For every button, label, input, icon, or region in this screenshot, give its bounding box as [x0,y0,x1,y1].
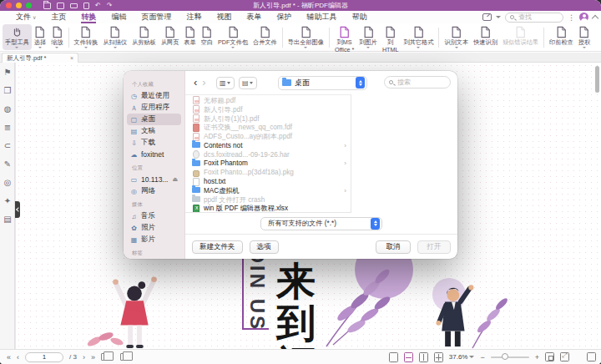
menu-item[interactable]: 帮助 [344,11,374,23]
file-row[interactable]: Foxit Phanto...p(3d4f18a).pkg [185,168,351,177]
tab-close-icon[interactable]: × [70,55,73,61]
menu-item[interactable]: 辅助工具 [299,11,344,23]
undo-icon[interactable]: ↶ [95,0,101,11]
scrollbar-thumb[interactable] [595,66,599,93]
sidebar-item[interactable]: ▭10.113...⏏ [127,174,181,185]
ribbon-tool[interactable]: 到图片 [356,24,380,50]
document-icon[interactable] [83,3,89,9]
menu-item[interactable]: 转换 [73,11,104,23]
column-view-button[interactable]: ▥ [216,77,235,89]
file-format-dropdown[interactable]: 所有可支持的文件 (*.*) [260,217,382,230]
vertical-scrollbar[interactable] [594,64,600,347]
back-icon[interactable]: ‹ [194,77,197,88]
prev-view-icon[interactable] [101,353,109,361]
options-button[interactable]: 选项 [250,240,279,254]
menu-item[interactable]: 编辑 [104,11,134,23]
bookmark-icon[interactable]: ⚑ [0,63,15,81]
signature-icon[interactable]: ✎ [0,154,15,173]
ribbon-tool[interactable]: 印前检查 [547,24,576,50]
zoom-out-icon[interactable]: − [480,353,484,361]
open-folder-icon[interactable] [43,3,51,9]
ribbon-tool[interactable]: 空白 [199,24,215,50]
ribbon-tool[interactable]: 表单 [181,24,198,50]
file-row[interactable]: ADFS_Custo...ay的副本.ppdf [185,132,351,141]
menu-item[interactable]: 保护 [269,11,299,23]
sidebar-item[interactable]: ✿照片 [127,222,181,234]
file-row[interactable]: dcs.foxitread...-09-19-26.har [185,150,351,159]
ribbon-tool[interactable]: 从剪贴板 [129,24,159,50]
zoom-slider[interactable] [491,356,529,358]
file-row[interactable]: Contents not› [185,141,351,150]
dialog-search-input[interactable] [396,78,446,87]
sidebar-item[interactable]: Ａ应用程序 [127,102,181,114]
redo-icon[interactable]: ↷ [107,0,113,11]
destinations-icon[interactable]: ◎ [0,173,15,191]
group-view-button[interactable]: ▤ [239,77,257,89]
menu-item[interactable]: 页面管理 [134,11,179,23]
form-fields-icon[interactable]: ▤ [0,210,15,228]
menu-item[interactable]: 注释 [179,11,209,23]
file-row[interactable]: host.txt [185,177,351,186]
ribbon-tool[interactable]: 从扫描仪 [100,24,129,50]
file-row[interactable]: 证书交换__news_qq_com.fdf [185,123,351,132]
page-thumbnails-icon[interactable]: ❐ [0,81,15,99]
zoom-slider-knob[interactable] [502,353,508,360]
ribbon-tool[interactable]: 从网页 [159,24,182,50]
menu-item[interactable]: 主页 [43,11,73,23]
cancel-button[interactable]: 取消 [376,240,411,254]
sidebar-item[interactable]: ▦影片 [127,234,181,245]
search-box[interactable] [505,13,563,23]
last-page-icon[interactable]: » [91,353,95,361]
dialog-search-box[interactable] [384,76,451,88]
ribbon-tool[interactable]: 合并文件 [250,24,280,50]
print-icon[interactable] [70,3,78,8]
search-input[interactable] [517,13,558,22]
ribbon-tool[interactable]: PDF文件包 [215,24,250,50]
save-icon[interactable] [57,3,64,9]
fit-page-icon[interactable] [545,352,554,361]
quad-view-icon[interactable] [434,352,443,362]
file-row[interactable]: Foxit Phantom› [185,159,351,169]
ribbon-tool[interactable]: 手型工具 [3,24,32,50]
collapse-ribbon-icon[interactable] [592,15,598,22]
sidebar-item[interactable]: ◷最近使用 [127,90,181,102]
ribbon-tool[interactable]: 识别文本 [442,24,471,50]
ribbon-tool[interactable]: 到其它格式 [401,24,436,50]
sidebar-item[interactable]: ▢桌面 [127,114,181,125]
comments-icon[interactable]: ◍ [0,99,15,118]
page-number-input[interactable] [25,352,63,362]
file-row[interactable]: 新人引导.pdf [185,105,351,114]
zoom-window-button[interactable] [26,3,32,8]
file-row[interactable]: win 版 PDF 编辑器教程.xlsx [185,205,351,213]
file-row[interactable]: MAC虚拟机› [185,186,351,195]
account-avatar[interactable] [579,13,588,22]
sidebar-item[interactable]: ▤文稿 [127,125,181,137]
close-window-button[interactable] [6,3,12,8]
menu-item[interactable]: 文件∨ [8,11,43,23]
sidebar-item[interactable]: ◎网络 [127,185,181,197]
single-page-view-icon[interactable] [389,352,398,362]
sign-dropdown-icon[interactable] [496,16,501,18]
ribbon-tool[interactable]: 快速识别 [471,24,500,50]
reading-mode-icon[interactable] [587,352,596,361]
eject-icon[interactable]: ⏏ [172,176,178,183]
ribbon-tool[interactable]: 到HTML [380,24,402,50]
next-page-icon[interactable]: › [83,353,85,361]
prev-page-icon[interactable]: ‹ [17,353,19,361]
minimize-window-button[interactable] [16,3,22,8]
menu-item[interactable]: 表单 [239,11,269,23]
zoom-in-icon[interactable]: + [535,353,539,361]
zoom-level[interactable]: 37.6% [449,353,475,361]
forward-icon[interactable]: › [202,77,205,88]
ribbon-tool[interactable]: 到MSOffice * [332,24,356,50]
more-options-icon[interactable]: ⋮ [568,13,575,23]
sign-icon[interactable] [482,13,492,21]
attachments-icon[interactable]: ⊂ [0,136,15,154]
continuous-view-icon[interactable] [404,352,413,362]
sidebar-item[interactable]: ♫音乐 [127,210,181,222]
facing-view-icon[interactable] [419,352,428,362]
open-button[interactable]: 打开 [417,240,451,254]
menu-item[interactable]: 视图 [209,11,239,23]
file-row[interactable]: 新人引导(1)(1).pdf [185,114,351,124]
new-folder-button[interactable]: 新建文件夹 [192,240,243,254]
